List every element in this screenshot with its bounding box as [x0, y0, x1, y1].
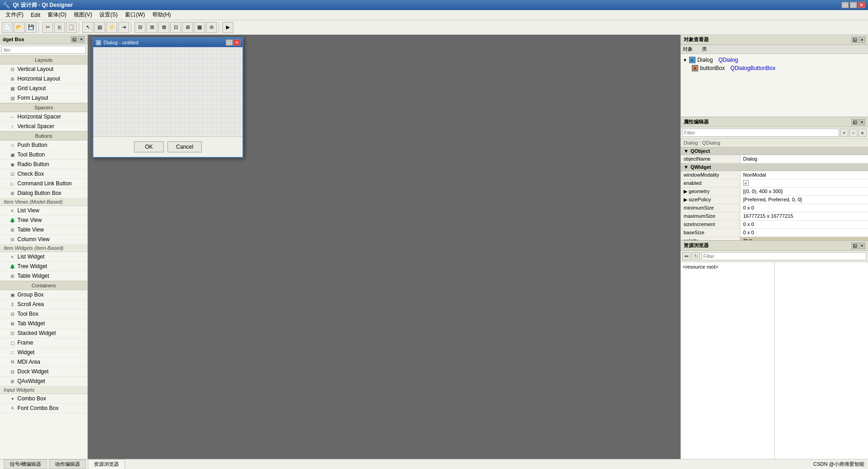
widget-item-column-view[interactable]: ⊟ Column View	[0, 235, 87, 244]
cut-button[interactable]: ✂	[42, 22, 53, 33]
menu-settings[interactable]: 设置(S)	[96, 10, 121, 20]
close-button[interactable]: ✕	[858, 2, 865, 8]
widget-box-float-button[interactable]: ◱	[71, 36, 77, 43]
object-inspector-close-btn[interactable]: ×	[859, 37, 865, 43]
prop-value-sizepolicy[interactable]: [Preferred, Preferred, 0, 0]	[740, 196, 868, 204]
widget-item-mdi-area[interactable]: ⧉ MDI Area	[0, 357, 87, 367]
widget-item-horizontal-layout[interactable]: ⊞ Horizontal Layout	[0, 74, 87, 84]
widget-item-command-link[interactable]: ▷ Command Link Button	[0, 179, 87, 189]
layout-v-button[interactable]: ⊞	[146, 22, 157, 33]
menu-help[interactable]: 帮助(H)	[149, 10, 175, 20]
menu-view[interactable]: 视图(V)	[70, 10, 96, 20]
prop-value-geometry[interactable]: [(0, 0), 400 x 300]	[740, 188, 868, 195]
enabled-checkbox[interactable]: ✓	[743, 180, 749, 186]
tab-signal-slot-editor[interactable]: 信号/槽编辑器	[4, 459, 47, 469]
tree-item-buttonbox[interactable]: B buttonBox QDialogButtonBox	[683, 64, 866, 72]
minimize-button[interactable]: ─	[841, 2, 849, 8]
property-editor-float-btn[interactable]: ◱	[852, 119, 858, 125]
prop-value-maximumsize[interactable]: 16777215 x 16777215	[740, 212, 868, 220]
widget-item-list-view[interactable]: ≡ List View	[0, 206, 87, 216]
widget-item-check-box[interactable]: ☑ Check Box	[0, 169, 87, 179]
layout-hsp-button[interactable]: ⊠	[158, 22, 169, 33]
property-editor-close-btn[interactable]: ×	[859, 119, 865, 125]
widget-item-table-view[interactable]: ⊞ Table View	[0, 225, 87, 235]
tree-item-dialog[interactable]: ▼ D Dialog QDialog	[683, 56, 866, 64]
prop-value-sizeincrement[interactable]: 0 x 0	[740, 221, 868, 228]
widget-item-tree-widget[interactable]: 🌲 Tree Widget	[0, 262, 87, 271]
widget-item-push-button[interactable]: □ Push Button	[0, 140, 87, 150]
widget-box-close-button[interactable]: ×	[78, 36, 85, 43]
paste-button[interactable]: 📋	[66, 22, 77, 33]
widget-item-font-combo-box[interactable]: Ａ Font Combo Box	[0, 404, 87, 413]
property-remove-btn[interactable]: −	[849, 129, 857, 137]
tab-resource-browser[interactable]: 资源浏览器	[88, 459, 125, 469]
tab-order-tool[interactable]: ⇥	[118, 22, 129, 33]
widget-item-widget[interactable]: □ Widget	[0, 348, 87, 357]
widget-item-form-layout[interactable]: ▤ Form Layout	[0, 93, 87, 103]
dialog-close-button[interactable]: ✕	[233, 39, 241, 46]
new-button[interactable]: 📄	[2, 22, 13, 33]
widget-item-v-spacer[interactable]: ↕ Vertical Spacer	[0, 122, 87, 131]
object-inspector-float-btn[interactable]: ◱	[852, 37, 858, 43]
layout-vsp-button[interactable]: ⊡	[170, 22, 181, 33]
widget-item-group-box[interactable]: ▣ Group Box	[0, 290, 87, 300]
property-menu-btn[interactable]: ≡	[858, 129, 867, 137]
widget-item-tool-box[interactable]: ⊟ Tool Box	[0, 309, 87, 319]
widget-item-grid-layout[interactable]: ▦ Grid Layout	[0, 84, 87, 93]
widget-item-dock-widget[interactable]: ⊟ Dock Widget	[0, 367, 87, 377]
break-layout-button[interactable]: ⊘	[206, 22, 217, 33]
copy-button[interactable]: ⎘	[54, 22, 65, 33]
widget-item-qaxwidget[interactable]: ⊞ QAxWidget	[0, 377, 87, 386]
tree-expand-dialog[interactable]: ▼	[683, 58, 687, 63]
widget-filter-input[interactable]	[1, 46, 86, 54]
prop-value-windowmodality[interactable]: NonModal	[740, 171, 868, 179]
property-filter-input[interactable]	[682, 129, 839, 137]
tab-action-editor[interactable]: 动作编辑器	[49, 459, 86, 469]
widget-item-tab-widget[interactable]: ⊠ Tab Widget	[0, 319, 87, 329]
property-add-btn[interactable]: +	[840, 129, 848, 137]
widget-edit-tool[interactable]: ▤	[94, 22, 105, 33]
pointer-tool[interactable]: ↖	[82, 22, 93, 33]
save-button[interactable]: 💾	[26, 22, 37, 33]
maximize-button[interactable]: □	[850, 2, 857, 8]
resource-browser-float-btn[interactable]: ◱	[852, 243, 858, 249]
prop-value-palette[interactable]: 颜色...	[740, 237, 868, 240]
signal-slot-tool[interactable]: ⚡	[106, 22, 117, 33]
prop-value-objectname[interactable]: Dialog	[740, 155, 868, 163]
menu-form[interactable]: 窗体(O)	[44, 10, 70, 20]
menu-file[interactable]: 文件(F)	[2, 10, 27, 20]
widget-item-combo-box[interactable]: ▾ Combo Box	[0, 394, 87, 404]
dialog-ok-button[interactable]: OK	[134, 141, 164, 152]
widget-item-dialog-button-box[interactable]: ⊞ Dialog Button Box	[0, 189, 87, 198]
widget-item-stacked-widget[interactable]: ⊡ Stacked Widget	[0, 329, 87, 338]
widget-item-radio-button[interactable]: ◉ Radio Button	[0, 160, 87, 169]
open-button[interactable]: 📂	[14, 22, 25, 33]
prop-value-basesize[interactable]: 0 x 0	[740, 229, 868, 237]
resource-reload-btn[interactable]: ↻	[692, 252, 700, 260]
layout-form-button[interactable]: ▦	[194, 22, 205, 33]
widget-item-tool-button[interactable]: ▣ Tool Button	[0, 150, 87, 160]
widget-item-tree-view[interactable]: 🌲 Tree View	[0, 216, 87, 225]
dialog-minimize-button[interactable]: ─	[226, 39, 233, 46]
resource-filter-input[interactable]	[701, 252, 867, 260]
resource-browser-close-btn[interactable]: ×	[859, 243, 865, 249]
prop-value-enabled[interactable]: ✓	[740, 179, 868, 187]
widget-item-h-spacer[interactable]: ↔ Horizontal Spacer	[0, 112, 87, 122]
watermark: CSDN @小师傅爱智能	[814, 461, 864, 468]
layout-grid-button[interactable]: ⊞	[182, 22, 193, 33]
preview-button[interactable]: ▶	[222, 22, 233, 33]
widget-item-scroll-area[interactable]: ⇕ Scroll Area	[0, 300, 87, 309]
widget-item-table-widget[interactable]: ⊞ Table Widget	[0, 271, 87, 281]
widget-item-list-widget[interactable]: ≡ List Widget	[0, 252, 87, 262]
layout-h-button[interactable]: ⊟	[135, 22, 146, 33]
menu-edit[interactable]: Edit	[27, 11, 44, 19]
prop-value-minimumsize[interactable]: 0 x 0	[740, 204, 868, 212]
menu-window[interactable]: 窗口(W)	[121, 10, 148, 20]
widget-item-vertical-layout[interactable]: ⊟ Vertical Layout	[0, 65, 87, 74]
widget-item-frame[interactable]: ▢ Frame	[0, 338, 87, 348]
prop-group-qwidget[interactable]: ▼ QWidget	[681, 163, 868, 171]
prop-group-qobject[interactable]: ▼ QObject	[681, 147, 868, 155]
dialog-class-icon: D	[689, 57, 695, 63]
dialog-cancel-button[interactable]: Cancel	[167, 141, 202, 152]
resource-edit-btn[interactable]: ✏	[682, 252, 690, 260]
